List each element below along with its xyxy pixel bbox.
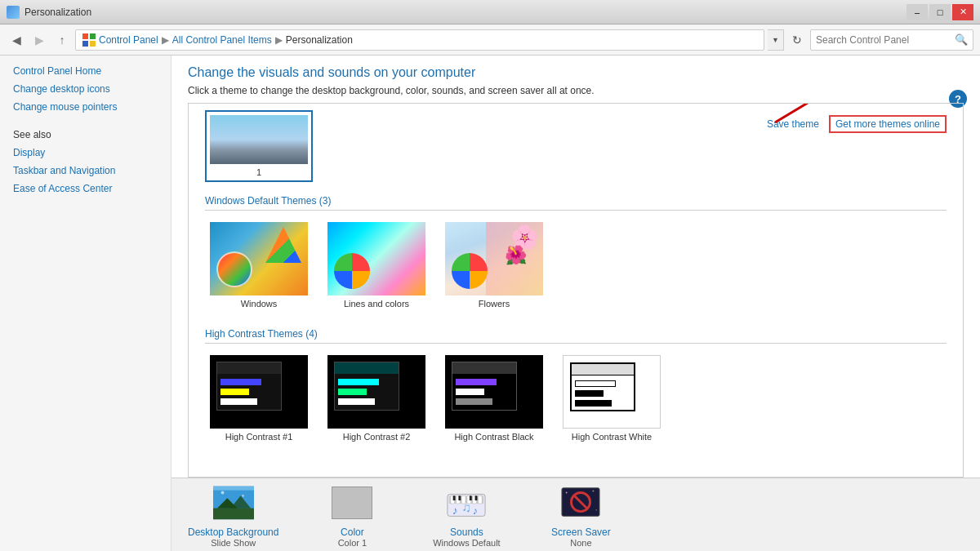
theme-hc1-thumbnail (210, 355, 308, 429)
color-icon (332, 487, 372, 519)
bottom-color[interactable]: Color Color 1 (311, 482, 393, 548)
svg-rect-2 (82, 41, 88, 47)
breadcrumb-dropdown[interactable]: ▼ (768, 29, 784, 51)
color-label[interactable]: Color (341, 527, 364, 538)
color-sublabel: Color 1 (338, 538, 367, 548)
sidebar-item-taskbar[interactable]: Taskbar and Navigation (13, 165, 158, 176)
see-also-title: See also (13, 129, 158, 140)
svg-point-32 (566, 491, 568, 493)
svg-rect-21 (479, 495, 483, 504)
theme-windows-thumbnail (210, 222, 308, 295)
theme-hc-black[interactable]: High Contrast Black (440, 350, 548, 447)
svg-rect-9 (213, 486, 254, 490)
svg-text:♫: ♫ (462, 500, 472, 513)
high-contrast-header: High Contrast Themes (4) (205, 322, 947, 344)
theme-hc1[interactable]: High Contrast #1 (205, 350, 313, 447)
forward-button[interactable]: ▶ (29, 30, 49, 50)
theme-hc-white[interactable]: High Contrast White (558, 350, 666, 447)
sounds-svg: ♪ ♫ ♪ (446, 486, 487, 520)
refresh-button[interactable]: ↻ (787, 30, 807, 50)
current-theme-item[interactable]: 1 (205, 110, 313, 182)
breadcrumb-control-panel[interactable]: Control Panel (99, 34, 158, 46)
screen-saver-label[interactable]: Screen Saver (551, 527, 611, 538)
search-box: 🔍 (810, 29, 973, 51)
page-subtitle: Click a theme to change the desktop back… (188, 85, 964, 96)
see-also-section: See also Display Taskbar and Navigation … (13, 129, 158, 194)
current-theme-section: 1 Save theme Get more themes online (205, 104, 947, 189)
page-title: Change the visuals and sounds on your co… (188, 65, 964, 80)
window-icon (7, 6, 20, 19)
bottom-screen-saver[interactable]: Screen Saver None (540, 482, 621, 548)
get-more-themes-link[interactable]: Get more themes online (829, 115, 947, 133)
svg-point-33 (593, 490, 595, 491)
sidebar-item-change-mouse-pointers[interactable]: Change mouse pointers (13, 101, 158, 113)
theme-flowers[interactable]: 🌸 🌺 (440, 217, 548, 313)
theme-lines-label: Lines and colors (344, 299, 409, 309)
desktop-background-sublabel: Slide Show (211, 538, 256, 548)
bottom-bar: Desktop Background Slide Show Color Colo… (172, 478, 980, 551)
svg-point-10 (220, 491, 224, 494)
themes-container[interactable]: 1 Save theme Get more themes online (188, 103, 964, 478)
sounds-icon-container: ♪ ♫ ♪ (446, 482, 487, 523)
screen-saver-sublabel: None (570, 538, 591, 548)
svg-point-34 (596, 509, 598, 510)
theme-windows[interactable]: Windows (205, 217, 313, 313)
theme-hc2-thumbnail (327, 355, 425, 429)
sep2: ▶ (275, 34, 283, 46)
main-layout: Control Panel Home Change desktop icons … (0, 56, 980, 551)
sidebar-item-display[interactable]: Display (13, 147, 158, 158)
back-button[interactable]: ◀ (7, 30, 26, 50)
current-theme-label: 1 (256, 167, 261, 177)
color-icon-container (332, 482, 372, 523)
titlebar: Personalization – □ ✕ (0, 0, 980, 24)
theme-flowers-label: Flowers (479, 299, 510, 309)
sidebar-item-control-panel-home[interactable]: Control Panel Home (13, 65, 158, 77)
theme-hcwhite-thumbnail (563, 355, 661, 429)
sounds-label[interactable]: Sounds (450, 527, 483, 538)
breadcrumb-windows[interactable] (82, 33, 99, 47)
theme-hc1-label: High Contrast #1 (225, 432, 293, 442)
breadcrumb: Control Panel ▶ All Control Panel Items … (75, 29, 764, 51)
themes-actions: Save theme Get more themes online (767, 110, 947, 138)
windows-default-section: Windows Default Themes (3) (205, 189, 947, 322)
theme-windows-label: Windows (241, 299, 278, 309)
theme-hc2[interactable]: High Contrast #2 (323, 350, 430, 447)
maximize-button[interactable]: □ (929, 4, 951, 20)
content-header: Change the visuals and sounds on your co… (172, 56, 980, 103)
svg-rect-8 (213, 508, 254, 518)
theme-flowers-thumbnail: 🌸 🌺 (445, 222, 543, 295)
sep1: ▶ (162, 34, 169, 46)
screen-saver-icon-container (560, 482, 601, 523)
svg-text:♪: ♪ (473, 505, 478, 517)
high-contrast-grid: High Contrast #1 (205, 350, 947, 455)
search-icon[interactable]: 🔍 (955, 33, 968, 46)
windows-default-grid: Windows (205, 217, 947, 322)
high-contrast-section: High Contrast Themes (4) (205, 322, 947, 455)
svg-rect-23 (459, 495, 461, 500)
addressbar: ◀ ▶ ↑ Control Panel ▶ All Control Panel … (0, 24, 980, 56)
search-input[interactable] (816, 34, 955, 46)
svg-point-11 (242, 494, 244, 496)
breadcrumb-current: Personalization (286, 34, 353, 46)
up-button[interactable]: ↑ (52, 30, 72, 50)
svg-text:♪: ♪ (452, 504, 458, 517)
theme-hc2-label: High Contrast #2 (343, 432, 411, 442)
theme-hcwhite-label: High Contrast White (572, 432, 652, 442)
theme-hcblack-thumbnail (445, 355, 543, 429)
svg-rect-25 (475, 495, 478, 500)
svg-rect-3 (90, 41, 96, 47)
close-button[interactable]: ✕ (952, 4, 973, 20)
breadcrumb-all-items[interactable]: All Control Panel Items (172, 34, 272, 46)
theme-lines-colors[interactable]: Lines and colors (323, 217, 430, 313)
sidebar-item-ease-of-access[interactable]: Ease of Access Center (13, 183, 158, 194)
sidebar-item-change-desktop-icons[interactable]: Change desktop icons (13, 83, 158, 95)
bottom-desktop-background[interactable]: Desktop Background Slide Show (188, 482, 278, 548)
svg-rect-1 (90, 33, 96, 39)
windows-default-header: Windows Default Themes (3) (205, 189, 947, 211)
desktop-background-label[interactable]: Desktop Background (188, 527, 278, 538)
bottom-sounds[interactable]: ♪ ♫ ♪ Sounds Windows Default (425, 482, 507, 548)
theme-lines-thumbnail (327, 222, 425, 295)
theme-hcblack-label: High Contrast Black (454, 432, 533, 442)
save-theme-link[interactable]: Save theme (767, 118, 819, 130)
minimize-button[interactable]: – (906, 4, 928, 20)
